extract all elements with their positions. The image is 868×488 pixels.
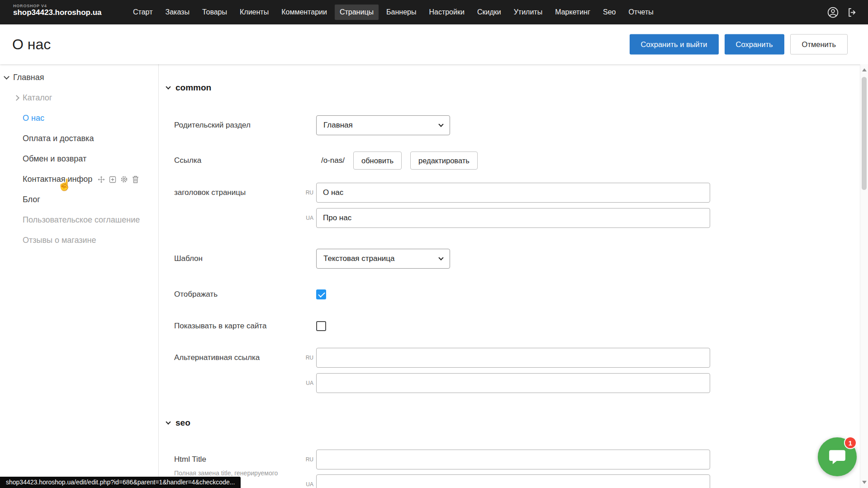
- scroll-down-arrow-icon[interactable]: [862, 481, 867, 484]
- nav-discounts[interactable]: Скидки: [472, 5, 506, 20]
- add-page-icon[interactable]: [109, 176, 116, 183]
- page-title-ua-input[interactable]: [316, 208, 710, 228]
- nav-seo[interactable]: Seo: [598, 5, 621, 20]
- top-navigation: Старт Заказы Товары Клиенты Комментарии …: [128, 0, 659, 24]
- page-title-ru-input[interactable]: [316, 183, 710, 203]
- page-title-label: заголовок страницы: [174, 188, 246, 197]
- tree-item-label: Главная: [13, 73, 44, 82]
- chat-unread-badge[interactable]: 1: [844, 436, 857, 449]
- html-title-ua-input[interactable]: [316, 474, 710, 488]
- nav-pages[interactable]: Страницы: [335, 5, 379, 20]
- logout-icon[interactable]: [847, 7, 858, 18]
- move-icon[interactable]: [98, 176, 105, 183]
- form-row-parent-section: Родительский раздел Главная: [159, 115, 868, 135]
- pages-tree-sidebar: Главная Каталог О нас Оплата и доставка …: [0, 64, 159, 488]
- tree-item-glavnaya[interactable]: Главная: [0, 67, 158, 88]
- nav-marketing[interactable]: Маркетинг: [550, 5, 595, 20]
- nav-comments[interactable]: Комментарии: [276, 5, 332, 20]
- form-row-link: Ссылка /o-nas/ обновить редактировать: [159, 151, 868, 171]
- alt-link-label: Альтернативная ссылка: [174, 353, 260, 362]
- tree-item-agreement[interactable]: Пользовательское соглашение: [0, 210, 158, 230]
- nav-start[interactable]: Старт: [128, 5, 157, 20]
- vertical-scrollbar[interactable]: [860, 64, 868, 488]
- nav-settings[interactable]: Настройки: [424, 5, 469, 20]
- brand-domain: shop34423.horoshop.ua: [13, 8, 102, 17]
- header-buttons: Сохранить и выйти Сохранить Отменить: [630, 34, 848, 55]
- trash-icon[interactable]: [132, 175, 139, 183]
- parent-section-select[interactable]: Главная: [316, 115, 450, 135]
- lang-ru-badge: RU: [301, 456, 313, 463]
- html-title-ru-input[interactable]: [316, 450, 710, 469]
- display-label: Отображать: [174, 290, 218, 299]
- sitemap-checkbox[interactable]: [316, 321, 326, 331]
- form-row-sitemap: Показывать в карте сайта: [159, 316, 868, 336]
- tree-item-label: Каталог: [23, 93, 52, 103]
- tree-item-label: О нас: [23, 114, 44, 123]
- cancel-button[interactable]: Отменить: [790, 34, 848, 55]
- save-button[interactable]: Сохранить: [725, 34, 784, 55]
- nav-banners[interactable]: Баннеры: [381, 5, 421, 20]
- tree-item-katalog[interactable]: Каталог: [0, 88, 158, 108]
- section-title: common: [175, 83, 211, 93]
- chevron-down-icon: [438, 255, 443, 260]
- select-value: Главная: [323, 121, 353, 130]
- nav-utilities[interactable]: Утилиты: [509, 5, 548, 20]
- nav-reports[interactable]: Отчеты: [623, 5, 658, 20]
- tree-item-label: Пользовательское соглашение: [23, 215, 140, 225]
- parent-section-label: Родительский раздел: [174, 121, 251, 130]
- lang-ru-badge: RU: [301, 355, 313, 361]
- cursor-hand-icon: ☝: [57, 178, 71, 191]
- tree-item-reviews[interactable]: Отзывы о магазине: [0, 230, 158, 251]
- alt-link-ua-input[interactable]: [316, 373, 710, 393]
- page-title: О нас: [12, 36, 51, 53]
- tree-item-blog[interactable]: Блог: [0, 190, 158, 210]
- top-bar-icons: [827, 0, 858, 24]
- scrollbar-thumb[interactable]: [862, 77, 867, 190]
- lang-ua-badge: UA: [301, 215, 313, 221]
- form-row-template: Шаблон Текстовая страница: [159, 249, 868, 269]
- form-row-page-title-ru: заголовок страницы RU: [159, 183, 868, 203]
- chevron-right-icon[interactable]: [14, 95, 19, 101]
- link-preview-statusbar: shop34423.horoshop.ua/edit/edit.php?id=6…: [0, 477, 241, 488]
- gear-icon[interactable]: [120, 175, 128, 183]
- nav-products[interactable]: Товары: [197, 5, 232, 20]
- tree-item-kontaktnaya-info[interactable]: Контактная инфор: [0, 169, 158, 190]
- tree-item-o-nas[interactable]: О нас: [0, 108, 158, 128]
- save-and-exit-button[interactable]: Сохранить и выйти: [630, 34, 719, 55]
- lang-ua-badge: UA: [301, 380, 313, 386]
- section-common-toggle[interactable]: common: [166, 83, 211, 93]
- tree-item-oplata-dostavka[interactable]: Оплата и доставка: [0, 128, 158, 149]
- page-edit-form: common Родительский раздел Главная Ссылк…: [159, 64, 868, 488]
- nav-clients[interactable]: Клиенты: [235, 5, 274, 20]
- display-checkbox[interactable]: [316, 289, 326, 299]
- page-header: О нас Сохранить и выйти Сохранить Отмени…: [0, 24, 868, 64]
- form-row-page-title-ua: UA: [159, 208, 868, 228]
- edit-link-button[interactable]: редактировать: [410, 152, 478, 170]
- chat-bubble-icon: [828, 447, 847, 466]
- form-row-display: Отображать: [159, 284, 868, 304]
- tree-item-actions: [98, 175, 139, 183]
- alt-link-ru-input[interactable]: [316, 348, 710, 368]
- form-row-alt-link-ua: UA: [159, 373, 868, 393]
- refresh-link-button[interactable]: обновить: [353, 152, 402, 170]
- template-select[interactable]: Текстовая страница: [316, 249, 450, 269]
- tree-item-label: Отзывы о магазине: [23, 236, 96, 245]
- lang-ua-badge: UA: [301, 481, 313, 488]
- tree-item-obmen-vozvrat[interactable]: Обмен и возврат: [0, 149, 158, 169]
- tree-item-label: Обмен и возврат: [23, 154, 86, 164]
- brand-logo[interactable]: HOROSHOP V4 shop34423.horoshop.ua: [13, 4, 102, 17]
- chevron-down-icon: [166, 84, 171, 89]
- account-icon[interactable]: [827, 6, 839, 19]
- chevron-down-icon[interactable]: [4, 74, 9, 80]
- scroll-up-arrow-icon[interactable]: [862, 68, 867, 71]
- html-title-label: Html Title: [174, 455, 206, 464]
- section-seo-toggle[interactable]: seo: [166, 418, 190, 428]
- select-value: Текстовая страница: [323, 254, 395, 263]
- form-row-alt-link-ru: Альтернативная ссылка RU: [159, 348, 868, 368]
- chevron-down-icon: [438, 122, 443, 127]
- lang-ru-badge: RU: [301, 190, 313, 196]
- top-bar: HOROSHOP V4 shop34423.horoshop.ua Старт …: [0, 0, 868, 24]
- tree-item-label: Блог: [23, 195, 40, 204]
- section-title: seo: [175, 418, 190, 428]
- nav-orders[interactable]: Заказы: [160, 5, 194, 20]
